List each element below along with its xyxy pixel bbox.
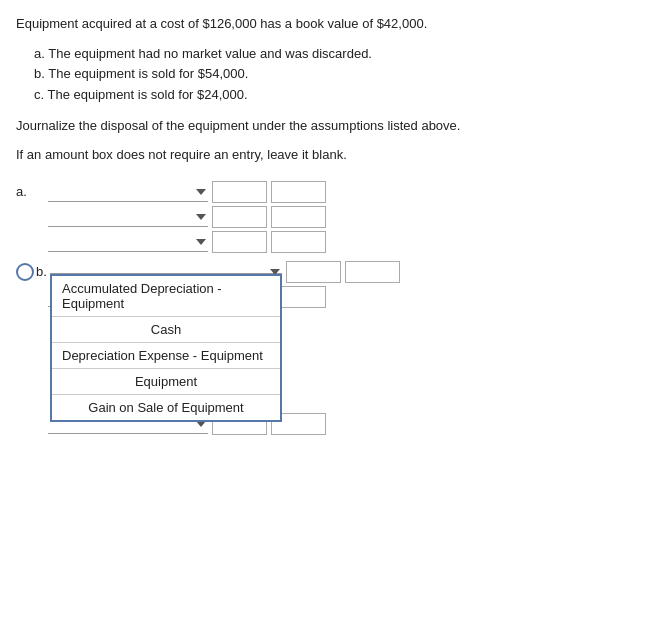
debit-input-a3[interactable] [212, 231, 267, 253]
account-select-a3[interactable]: Accumulated Depreciation - Equipment Cas… [48, 232, 208, 252]
section-a-row3: Accumulated Depreciation - Equipment Cas… [16, 231, 634, 253]
account-select-a2[interactable]: Accumulated Depreciation - Equipment Cas… [48, 207, 208, 227]
list-item-c: c. The equipment is sold for $24,000. [34, 85, 634, 106]
option-depreciation-expense[interactable]: Depreciation Expense - Equipment [52, 343, 280, 369]
option-equipment[interactable]: Equipment [52, 369, 280, 395]
list-item-b: b. The equipment is sold for $54,000. [34, 64, 634, 85]
debit-input-a1[interactable] [212, 181, 267, 203]
option-accumulated-depreciation[interactable]: Accumulated Depreciation - Equipment [52, 276, 280, 317]
debit-input-a2[interactable] [212, 206, 267, 228]
section-a-row1: a. Accumulated Depreciation - Equipment … [16, 181, 634, 203]
section-b-dropdown-open[interactable]: Accumulated Depreciation - Equipment Cas… [50, 269, 282, 274]
b-dropdown-list: Accumulated Depreciation - Equipment Cas… [50, 274, 282, 422]
account-select-a2-wrapper[interactable]: Accumulated Depreciation - Equipment Cas… [48, 207, 208, 227]
account-select-a3-wrapper[interactable]: Accumulated Depreciation - Equipment Cas… [48, 232, 208, 252]
option-cash[interactable]: Cash [52, 317, 280, 343]
account-select-a1-wrapper[interactable]: Accumulated Depreciation - Equipment Cas… [48, 182, 208, 202]
circle-b-marker [16, 263, 34, 281]
intro-line1: Equipment acquired at a cost of $126,000… [16, 14, 634, 34]
account-select-a1[interactable]: Accumulated Depreciation - Equipment Cas… [48, 182, 208, 202]
instruction1: Journalize the disposal of the equipment… [16, 116, 634, 136]
credit-input-a3[interactable] [271, 231, 326, 253]
section-a-row2: Accumulated Depreciation - Equipment Cas… [16, 206, 634, 228]
credit-input-b1[interactable] [345, 261, 400, 283]
credit-input-a1[interactable] [271, 181, 326, 203]
section-b-label: b. [36, 264, 50, 279]
section-a-label: a. [16, 184, 48, 199]
list-item-a: a. The equipment had no market value and… [34, 44, 634, 65]
credit-input-a2[interactable] [271, 206, 326, 228]
debit-input-b1[interactable] [286, 261, 341, 283]
instruction2: If an amount box does not require an ent… [16, 145, 634, 165]
option-gain-on-sale[interactable]: Gain on Sale of Equipment [52, 395, 280, 420]
